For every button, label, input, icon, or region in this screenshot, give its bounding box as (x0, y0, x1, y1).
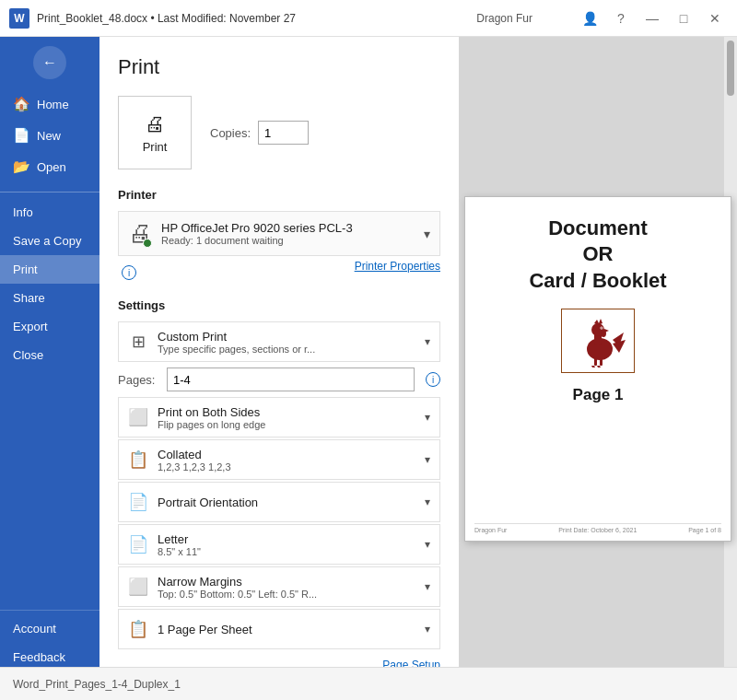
printer-properties-link[interactable]: Printer Properties (355, 260, 440, 273)
print-both-sides-text: Print on Both Sides Flip pages on long e… (158, 405, 415, 430)
svg-marker-13 (597, 366, 601, 368)
print-both-sides-arrow: ▾ (425, 411, 430, 424)
orientation-arrow: ▾ (425, 496, 430, 508)
custom-print-arrow: ▾ (425, 335, 430, 348)
svg-marker-7 (613, 340, 626, 353)
copies-input[interactable] (258, 121, 309, 145)
orientation-text: Portrait Orientation (158, 496, 415, 509)
status-bar: Word_Print_Pages_1-4_Duplex_1 (0, 667, 737, 700)
sidebar-item-save-copy[interactable]: Save a Copy (0, 227, 99, 255)
printer-info: HP OfficeJet Pro 9020 series PCL-3 Ready… (161, 221, 415, 246)
margins-arrow: ▾ (425, 580, 430, 593)
scrollbar-thumb (727, 41, 734, 96)
pages-per-sheet-text: 1 Page Per Sheet (158, 623, 415, 636)
printer-dropdown-arrow[interactable]: ▾ (424, 227, 430, 241)
settings-section-label: Settings (118, 298, 440, 312)
word-icon: W (9, 8, 29, 29)
paper-size-text: Letter 8.5" x 11" (158, 532, 415, 557)
paper-size-main: Letter (158, 532, 415, 546)
info-label: Info (13, 205, 33, 219)
collated-arrow: ▾ (425, 453, 430, 466)
collated-main: Collated (158, 448, 415, 461)
page-title: Print (118, 55, 440, 79)
custom-print-sub: Type specific pages, sections or r... (158, 344, 415, 355)
app-body: ← 🏠 Home 📄 New 📂 Open Info Save a Copy P… (0, 37, 737, 700)
collated-text: Collated 1,2,3 1,2,3 1,2,3 (158, 448, 415, 472)
close-button[interactable]: ✕ (702, 6, 728, 31)
sidebar-item-new[interactable]: 📄 New (0, 120, 99, 151)
preview-footer: Dragon Fur Print Date: October 6, 2021 P… (474, 523, 721, 533)
svg-marker-12 (591, 366, 595, 368)
pages-per-sheet-arrow: ▾ (425, 623, 430, 636)
status-text: Word_Print_Pages_1-4_Duplex_1 (13, 678, 181, 691)
svg-point-5 (601, 330, 606, 337)
print-label: Print (13, 262, 38, 276)
printer-selector[interactable]: 🖨 HP OfficeJet Pro 9020 series PCL-3 Rea… (118, 211, 440, 256)
sidebar-item-export[interactable]: Export (0, 312, 99, 341)
footer-right: Page 1 of 8 (688, 527, 721, 533)
paper-size-row[interactable]: 📄 Letter 8.5" x 11" ▾ (118, 524, 440, 565)
sidebar: ← 🏠 Home 📄 New 📂 Open Info Save a Copy P… (0, 37, 99, 700)
preview-page-label: Page 1 (573, 386, 624, 404)
footer-center: Print Date: October 6, 2021 (558, 527, 637, 533)
sidebar-item-account[interactable]: Account (0, 614, 99, 643)
sidebar-item-open[interactable]: 📂 Open (0, 151, 99, 182)
footer-left: Dragon Fur (474, 527, 507, 533)
printer-section-label: Printer (118, 188, 440, 202)
margins-sub: Top: 0.5" Bottom: 0.5" Left: 0.5" R... (158, 589, 415, 600)
pages-input[interactable] (167, 368, 415, 391)
account-label: Account (13, 622, 56, 636)
margins-row[interactable]: ⬜ Narrow Margins Top: 0.5" Bottom: 0.5" … (118, 566, 440, 607)
pages-row: Pages: i (118, 364, 440, 395)
custom-print-row[interactable]: ⊞ Custom Print Type specific pages, sect… (118, 321, 440, 362)
rooster-image (561, 309, 635, 373)
paper-size-icon: 📄 (128, 534, 148, 554)
copies-area: Copies: (210, 121, 309, 145)
collated-row[interactable]: 📋 Collated 1,2,3 1,2,3 1,2,3 ▾ (118, 439, 440, 480)
paper-size-arrow: ▾ (425, 538, 430, 551)
rooster-svg (568, 314, 627, 368)
sidebar-item-close[interactable]: Close (0, 341, 99, 369)
help-button[interactable]: ? (608, 6, 634, 31)
copies-label: Copies: (210, 126, 251, 140)
save-copy-label: Save a Copy (13, 234, 81, 248)
export-label: Export (13, 320, 48, 333)
pages-info-icon[interactable]: i (426, 372, 440, 387)
sidebar-item-home[interactable]: 🏠 Home (0, 88, 99, 120)
margins-icon: ⬜ (128, 577, 148, 597)
collated-sub: 1,2,3 1,2,3 1,2,3 (158, 461, 415, 472)
sidebar-item-new-label: New (37, 129, 61, 143)
pages-per-sheet-row[interactable]: 📋 1 Page Per Sheet ▾ (118, 609, 440, 649)
print-button[interactable]: 🖨 Print (118, 96, 192, 169)
sidebar-item-info[interactable]: Info (0, 198, 99, 227)
custom-print-main: Custom Print (158, 330, 415, 344)
title-bar-appname: Dragon Fur (476, 12, 532, 25)
preview-area: DocumentORCard / Booklet (459, 37, 737, 700)
svg-rect-10 (594, 358, 597, 366)
print-button-label: Print (143, 140, 168, 154)
preview-doc-title: DocumentORCard / Booklet (529, 216, 666, 295)
custom-print-text: Custom Print Type specific pages, sectio… (158, 330, 415, 355)
svg-point-9 (601, 327, 602, 329)
home-icon: 🏠 (13, 96, 29, 112)
profile-button[interactable]: 👤 (577, 6, 602, 31)
minimize-button[interactable]: — (639, 6, 665, 31)
info-icon[interactable]: i (122, 265, 136, 280)
printer-status: Ready: 1 document waiting (161, 235, 415, 246)
maximize-button[interactable]: □ (671, 6, 696, 31)
back-button[interactable]: ← (33, 46, 66, 79)
print-options-panel: Print 🖨 Print Copies: Printer 🖨 (99, 37, 459, 700)
print-both-sides-row[interactable]: ⬜ Print on Both Sides Flip pages on long… (118, 397, 440, 438)
open-icon: 📂 (13, 158, 29, 175)
printer-status-dot (143, 239, 152, 248)
collated-icon: 📋 (128, 449, 148, 470)
orientation-row[interactable]: 📄 Portrait Orientation ▾ (118, 482, 440, 522)
pages-per-sheet-icon: 📋 (128, 619, 148, 639)
pages-label: Pages: (118, 373, 159, 387)
sidebar-item-home-label: Home (37, 98, 69, 111)
main-panel: Print 🖨 Print Copies: Printer 🖨 (99, 37, 737, 700)
sidebar-item-share[interactable]: Share (0, 284, 99, 312)
print-both-sides-sub: Flip pages on long edge (158, 419, 415, 430)
sidebar-item-print[interactable]: Print (0, 255, 99, 284)
pages-per-sheet-main: 1 Page Per Sheet (158, 623, 415, 636)
